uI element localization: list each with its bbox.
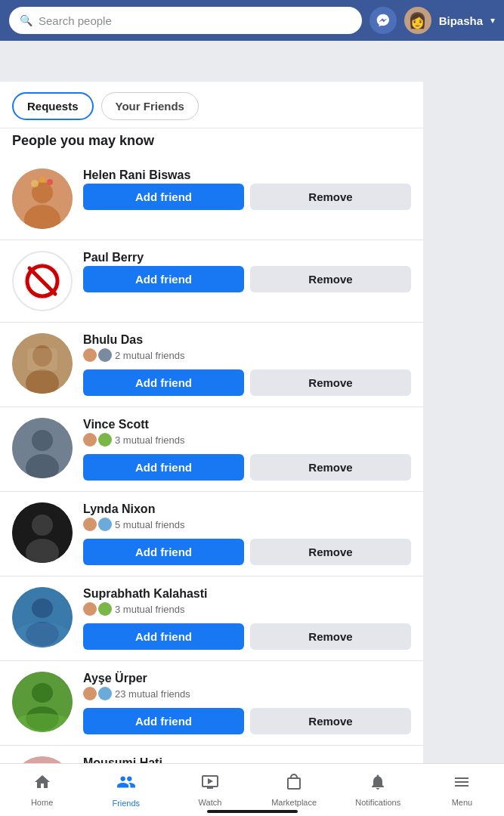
person-info-2: Bhulu Das 2 mutual friends Add friend Re…	[83, 333, 411, 396]
mutual-friends-6: 23 mutual friends	[83, 687, 411, 700]
mutual-friends-3: 3 mutual friends	[83, 433, 411, 447]
avatar-1	[12, 251, 73, 311]
header-right: 👩 Bipasha ▾	[369, 7, 495, 34]
action-buttons-3: Add friend Remove	[83, 454, 411, 481]
avatar-0	[12, 168, 73, 229]
nav-watch[interactable]: Watch	[168, 767, 252, 813]
svg-rect-12	[27, 348, 57, 371]
add-friend-button-2[interactable]: Add friend	[83, 369, 244, 396]
person-name-2: Bhulu Das	[83, 333, 411, 347]
person-info-4: Lynda Nixon 5 mutual friends Add friend …	[83, 502, 411, 565]
person-card-1: Paul Berry Add friend Remove	[0, 240, 423, 322]
section-title: People you may know	[0, 128, 423, 158]
person-card-3: Vince Scott 3 mutual friends Add friend …	[0, 407, 423, 491]
mutual-avatars-2	[83, 348, 112, 362]
mutual-avatars-5	[83, 602, 112, 616]
person-name-5: Suprabhath Kalahasti	[83, 587, 411, 601]
mutual-avatar-small	[98, 433, 112, 447]
action-buttons-1: Add friend Remove	[83, 266, 411, 292]
nav-friends[interactable]: Friends	[84, 766, 168, 814]
svg-point-17	[32, 515, 53, 536]
menu-icon	[453, 773, 471, 796]
mutual-avatar-small	[83, 518, 97, 531]
add-friend-button-5[interactable]: Add friend	[83, 623, 244, 650]
person-card-0: Helen Rani Biswas Add friend Remove	[0, 158, 423, 240]
mutual-avatars-6	[83, 687, 112, 700]
action-buttons-4: Add friend Remove	[83, 539, 411, 565]
mutual-avatar-small	[83, 433, 97, 447]
nav-marketplace-label: Marketplace	[271, 798, 317, 807]
main-content: Requests Your Friends People you may kno…	[0, 82, 423, 816]
person-name-6: Ayşe Ürper	[83, 672, 411, 685]
remove-button-0[interactable]: Remove	[250, 184, 411, 210]
action-buttons-2: Add friend Remove	[83, 369, 411, 396]
friends-icon	[116, 772, 136, 796]
person-card-4: Lynda Nixon 5 mutual friends Add friend …	[0, 492, 423, 576]
mutual-friends-5: 3 mutual friends	[83, 602, 411, 616]
watch-icon	[201, 773, 219, 796]
nav-watch-label: Watch	[199, 798, 222, 807]
add-friend-button-0[interactable]: Add friend	[83, 184, 244, 210]
mutual-avatar-small	[83, 687, 97, 700]
svg-point-4	[47, 179, 53, 185]
action-buttons-5: Add friend Remove	[83, 623, 411, 650]
remove-button-3[interactable]: Remove	[250, 454, 411, 481]
remove-button-4[interactable]: Remove	[250, 539, 411, 565]
remove-button-1[interactable]: Remove	[250, 266, 411, 292]
mutual-avatar-small	[83, 348, 97, 362]
action-buttons-0: Add friend Remove	[83, 184, 411, 210]
user-avatar[interactable]: 👩	[404, 7, 431, 34]
tab-your-friends[interactable]: Your Friends	[101, 92, 199, 120]
nav-menu[interactable]: Menu	[420, 767, 504, 813]
person-card-6: Ayşe Ürper 23 mutual friends Add friend …	[0, 661, 423, 745]
remove-button-6[interactable]: Remove	[250, 708, 411, 734]
mutual-avatars-4	[83, 518, 112, 531]
nav-notifications-label: Notifications	[355, 798, 400, 807]
mutual-friends-4: 5 mutual friends	[83, 518, 411, 531]
person-info-5: Suprabhath Kalahasti 3 mutual friends Ad…	[83, 587, 411, 650]
action-buttons-6: Add friend Remove	[83, 708, 411, 734]
remove-button-5[interactable]: Remove	[250, 623, 411, 650]
messenger-button[interactable]	[369, 7, 397, 34]
app-header: 🔍 Search people 👩 Bipasha ▾	[0, 0, 504, 41]
avatar-5	[12, 587, 73, 648]
remove-button-2[interactable]: Remove	[250, 369, 411, 396]
right-gray-area	[423, 41, 504, 816]
svg-point-3	[31, 180, 39, 187]
marketplace-icon	[285, 773, 303, 796]
notifications-icon	[369, 773, 387, 796]
nav-home[interactable]: Home	[0, 767, 84, 813]
mutual-avatar-small	[98, 518, 112, 531]
add-friend-button-1[interactable]: Add friend	[83, 266, 244, 292]
user-name: Bipasha	[439, 14, 483, 27]
svg-point-14	[32, 430, 53, 451]
add-friend-button-4[interactable]: Add friend	[83, 539, 244, 565]
nav-friends-label: Friends	[112, 799, 140, 808]
person-name-4: Lynda Nixon	[83, 502, 411, 516]
nav-home-label: Home	[31, 798, 53, 807]
search-bar[interactable]: 🔍 Search people	[9, 7, 362, 34]
mutual-friends-2: 2 mutual friends	[83, 348, 411, 362]
avatar-2	[12, 333, 73, 394]
search-placeholder: Search people	[39, 14, 112, 27]
chevron-down-icon[interactable]: ▾	[490, 15, 495, 26]
add-friend-button-3[interactable]: Add friend	[83, 454, 244, 481]
person-name-3: Vince Scott	[83, 418, 411, 431]
person-info-1: Paul Berry Add friend Remove	[83, 251, 411, 292]
person-info-3: Vince Scott 3 mutual friends Add friend …	[83, 418, 411, 481]
person-info-0: Helen Rani Biswas Add friend Remove	[83, 168, 411, 210]
person-name-0: Helen Rani Biswas	[83, 168, 411, 182]
search-icon: 🔍	[20, 14, 32, 26]
nav-marketplace[interactable]: Marketplace	[252, 767, 336, 813]
person-card-5: Suprabhath Kalahasti 3 mutual friends Ad…	[0, 576, 423, 660]
tabs-container: Requests Your Friends	[0, 82, 423, 128]
nav-notifications[interactable]: Notifications	[336, 767, 420, 813]
avatar-3	[12, 418, 73, 478]
mutual-avatars-3	[83, 433, 112, 447]
add-friend-button-6[interactable]: Add friend	[83, 708, 244, 734]
person-card-2: Bhulu Das 2 mutual friends Add friend Re…	[0, 323, 423, 406]
avatar-4	[12, 502, 73, 563]
mutual-avatar-small	[98, 687, 112, 700]
person-info-6: Ayşe Ürper 23 mutual friends Add friend …	[83, 672, 411, 734]
tab-requests[interactable]: Requests	[12, 92, 94, 120]
